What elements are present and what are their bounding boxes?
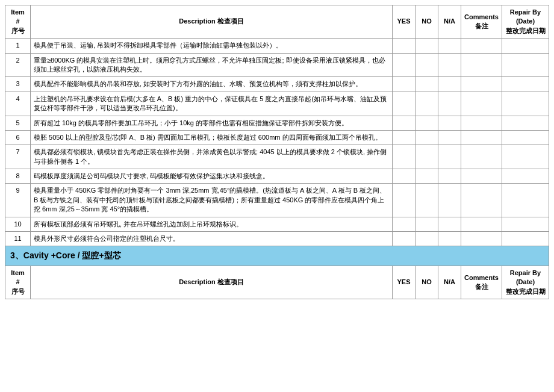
item-na: [438, 130, 461, 145]
t2-col-item: Item # 序号: [5, 266, 31, 299]
item-comments: [461, 217, 502, 231]
item-no: [416, 145, 438, 169]
item-repairby: [502, 92, 549, 116]
item-repairby: [502, 184, 549, 217]
item-number: 10: [5, 217, 31, 231]
item-number: 2: [5, 53, 31, 77]
item-na: [438, 39, 461, 53]
item-yes: [393, 77, 416, 92]
table-row: 6模胚 5050 以上的型腔及型芯(即 A、B 板) 需四面加工吊模孔；模板长度…: [5, 130, 549, 145]
item-yes: [393, 130, 416, 145]
item-no: [416, 53, 438, 77]
page: Item # 序号 Description 检查项目 YES NO N/A Co…: [0, 0, 554, 392]
table-row: 2重量≥8000KG 的模具安装在注塑机上时。须用穿孔方式压螺丝，不允许单独压固…: [5, 53, 549, 77]
item-na: [438, 116, 461, 130]
item-description: 模胚 5050 以上的型腔及型芯(即 A、B 板) 需四面加工吊模孔；模板长度超…: [31, 130, 393, 145]
item-yes: [393, 217, 416, 231]
item-description: 模具便于吊装、运输, 吊装时不得拆卸模具零部件（运输时除油缸需单独包装以外）。: [31, 39, 393, 53]
table-row: 3模具配件不能影响模具的吊装和存放, 如安装时下方有外露的油缸、水嘴、预复位机构…: [5, 77, 549, 92]
item-yes: [393, 39, 416, 53]
item-repairby: [502, 130, 549, 145]
item-description: 模具配件不能影响模具的吊装和存放, 如安装时下方有外露的油缸、水嘴、预复位机构等…: [31, 77, 393, 92]
table-row: 1模具便于吊装、运输, 吊装时不得拆卸模具零部件（运输时除油缸需单独包装以外）。: [5, 39, 549, 53]
item-comments: [461, 92, 502, 116]
item-number: 5: [5, 116, 31, 130]
t2-col-comments: Comments 备注: [461, 266, 502, 299]
section-cavity-header: 3、Cavity +Core / 型腔+型芯: [5, 246, 549, 266]
col-description: Description 检查项目: [31, 5, 393, 39]
col-yes: YES: [393, 5, 416, 39]
item-no: [416, 92, 438, 116]
item-yes: [393, 145, 416, 169]
item-no: [416, 130, 438, 145]
item-repairby: [502, 217, 549, 231]
item-number: 6: [5, 130, 31, 145]
item-na: [438, 92, 461, 116]
item-number: 9: [5, 184, 31, 217]
col-na: N/A: [438, 5, 461, 39]
item-na: [438, 232, 461, 246]
item-repairby: [502, 39, 549, 53]
item-no: [416, 116, 438, 130]
item-yes: [393, 184, 416, 217]
table-row: 5所有超过 10kg 的模具零部件要加工吊环孔；小于 10kg 的零部件也需有相…: [5, 116, 549, 130]
item-yes: [393, 232, 416, 246]
item-no: [416, 169, 438, 184]
item-repairby: [502, 145, 549, 169]
t2-col-yes: YES: [393, 266, 416, 299]
item-description: 所有模板顶部必须有吊环螺孔, 并在吊环螺丝孔边加刻上吊环规格标识。: [31, 217, 393, 231]
item-yes: [393, 116, 416, 130]
item-no: [416, 232, 438, 246]
item-number: 7: [5, 145, 31, 169]
table-row: 11模具外形尺寸必须符合公司指定的注塑机台尺寸。: [5, 232, 549, 246]
item-repairby: [502, 232, 549, 246]
section-cavity-label: 3、Cavity +Core / 型腔+型芯: [5, 246, 549, 266]
t2-col-description: Description 检查项目: [31, 266, 393, 299]
t2-col-repairby: Repair By (Date) 整改完成日期: [502, 266, 549, 299]
item-na: [438, 169, 461, 184]
item-description: 模具外形尺寸必须符合公司指定的注塑机台尺寸。: [31, 232, 393, 246]
item-repairby: [502, 116, 549, 130]
item-no: [416, 39, 438, 53]
table-row: 7模具都必须有锁模块, 锁模块首先考虑正装在操作员侧，并涂成黄色以示警戒; 40…: [5, 145, 549, 169]
col-item: Item # 序号: [5, 5, 31, 39]
item-na: [438, 184, 461, 217]
item-na: [438, 217, 461, 231]
item-repairby: [502, 77, 549, 92]
item-description: 模具都必须有锁模块, 锁模块首先考虑正装在操作员侧，并涂成黄色以示警戒; 404…: [31, 145, 393, 169]
item-comments: [461, 53, 502, 77]
item-no: [416, 184, 438, 217]
item-yes: [393, 169, 416, 184]
col-repairby: Repair By (Date) 整改完成日期: [502, 5, 549, 39]
table-row: 8码模板厚度须满足公司码模块尺寸要求, 码模板能够有效保护运集水块和接线盒。: [5, 169, 549, 184]
item-no: [416, 217, 438, 231]
item-description: 上注塑机的吊环孔要求设在前后模(大多在 A、B 板) 重力的中心，保证模具在 5…: [31, 92, 393, 116]
item-description: 所有超过 10kg 的模具零部件要加工吊环孔；小于 10kg 的零部件也需有相应…: [31, 116, 393, 130]
item-no: [416, 77, 438, 92]
table-row: 9模具重量小于 450KG 零部件的对角要有一个 3mm 深,25mm 宽,45…: [5, 184, 549, 217]
item-description: 码模板厚度须满足公司码模块尺寸要求, 码模板能够有效保护运集水块和接线盒。: [31, 169, 393, 184]
item-comments: [461, 232, 502, 246]
item-number: 3: [5, 77, 31, 92]
item-number: 8: [5, 169, 31, 184]
item-number: 4: [5, 92, 31, 116]
item-repairby: [502, 169, 549, 184]
item-description: 模具重量小于 450KG 零部件的对角要有一个 3mm 深,25mm 宽,45°…: [31, 184, 393, 217]
item-comments: [461, 184, 502, 217]
t2-col-no: NO: [416, 266, 438, 299]
item-comments: [461, 169, 502, 184]
item-na: [438, 53, 461, 77]
item-comments: [461, 116, 502, 130]
item-comments: [461, 77, 502, 92]
item-na: [438, 145, 461, 169]
item-repairby: [502, 53, 549, 77]
item-yes: [393, 53, 416, 77]
item-number: 1: [5, 39, 31, 53]
item-number: 11: [5, 232, 31, 246]
table-row: 10所有模板顶部必须有吊环螺孔, 并在吊环螺丝孔边加刻上吊环规格标识。: [5, 217, 549, 231]
table-header-row: Item # 序号 Description 检查项目 YES NO N/A Co…: [5, 5, 549, 39]
col-comments: Comments 备注: [461, 5, 502, 39]
item-comments: [461, 39, 502, 53]
table-row: 4上注塑机的吊环孔要求设在前后模(大多在 A、B 板) 重力的中心，保证模具在 …: [5, 92, 549, 116]
main-table: Item # 序号 Description 检查项目 YES NO N/A Co…: [5, 5, 549, 299]
